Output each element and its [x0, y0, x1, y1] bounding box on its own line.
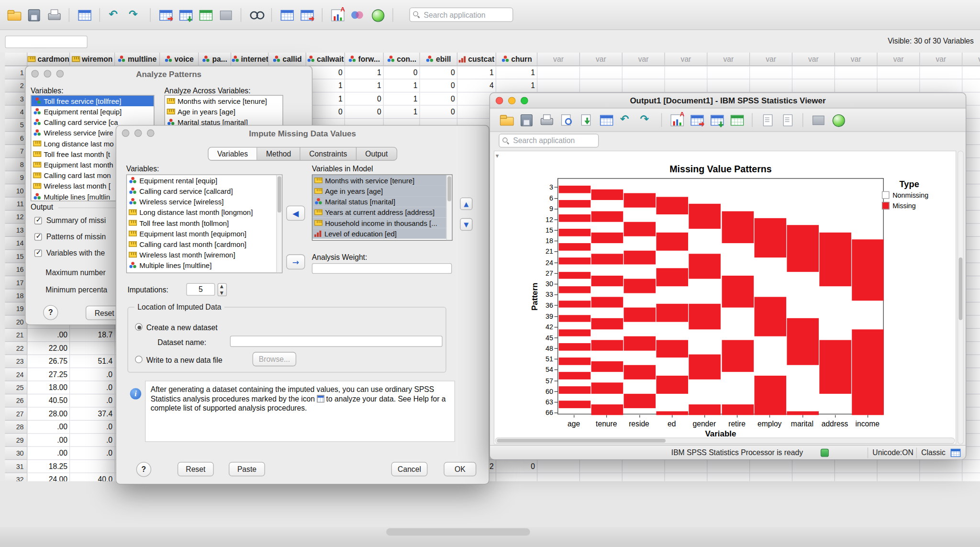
row-number-cell[interactable]: 12	[5, 211, 27, 223]
data-cell[interactable]: 0	[345, 106, 384, 119]
row-number-cell[interactable]: 5	[5, 119, 27, 132]
data-cell[interactable]: .0	[70, 368, 115, 381]
split-file-icon[interactable]	[218, 7, 233, 22]
variable-item[interactable]: Months with service [tenure]	[312, 175, 452, 186]
variable-item[interactable]: Age in years [age]	[165, 106, 283, 117]
column-header-forw...[interactable]: forw...	[345, 53, 384, 67]
row-number-cell[interactable]: 18	[5, 290, 27, 302]
value-labels-icon[interactable]	[330, 7, 345, 22]
data-cell[interactable]	[878, 460, 920, 473]
data-cell[interactable]	[580, 66, 623, 79]
move-variable-button[interactable]: ◀	[286, 206, 305, 221]
new-document-icon[interactable]	[760, 112, 775, 127]
insert-variable-icon[interactable]	[300, 7, 314, 22]
variable-item[interactable]: Long distance last month [longmon]	[127, 207, 282, 217]
data-cell[interactable]	[580, 460, 623, 473]
variables-view-icon[interactable]	[198, 7, 213, 22]
row-number-cell[interactable]: 11	[5, 198, 27, 211]
variable-item[interactable]: Multiple lines [multline]	[127, 260, 282, 270]
data-cell[interactable]	[750, 79, 792, 92]
chevron-down-icon[interactable]: ▾	[496, 153, 499, 159]
imputations-stepper[interactable]	[218, 283, 227, 296]
grid-corner-cell[interactable]	[5, 53, 27, 67]
data-cell[interactable]	[835, 66, 878, 79]
write-new-file-radio[interactable]	[135, 356, 143, 363]
row-number-cell[interactable]: 20	[5, 316, 27, 329]
data-cell[interactable]	[792, 66, 835, 79]
row-number-cell[interactable]: 26	[5, 394, 27, 407]
data-cell[interactable]: .00	[27, 421, 70, 434]
variable-item[interactable]: Wireless service [wireless]	[127, 196, 282, 207]
data-cell[interactable]	[835, 473, 878, 481]
column-header-ebill[interactable]: ebill	[420, 53, 457, 67]
column-header-var[interactable]: var	[835, 53, 878, 67]
minimize-button[interactable]	[508, 97, 516, 104]
data-cell[interactable]	[920, 473, 963, 481]
data-cell[interactable]: 1	[345, 79, 384, 92]
data-cell[interactable]: 22.00	[27, 342, 70, 355]
row-number-cell[interactable]: 16	[5, 263, 27, 276]
data-cell[interactable]	[878, 473, 920, 481]
goto-case-icon[interactable]	[158, 7, 173, 22]
data-cell[interactable]	[665, 460, 708, 473]
column-header-var[interactable]: var	[537, 53, 580, 67]
data-cell[interactable]	[537, 473, 580, 481]
data-cell[interactable]: .00	[27, 329, 70, 342]
tab-variables[interactable]: Variables	[209, 147, 257, 160]
row-number-cell[interactable]: 10	[5, 184, 27, 197]
column-header-multline[interactable]: multline	[115, 53, 160, 67]
row-number-cell[interactable]: 13	[5, 224, 27, 237]
data-cell[interactable]	[792, 460, 835, 473]
variable-item[interactable]: Years at current address [address]	[312, 207, 452, 217]
close-button[interactable]	[122, 129, 130, 137]
checkbox-2[interactable]	[34, 249, 42, 257]
open-data-icon[interactable]	[6, 7, 21, 22]
insert-text-icon[interactable]	[780, 112, 795, 127]
zoom-button[interactable]	[147, 129, 155, 137]
column-header-var[interactable]: var	[962, 53, 980, 67]
row-number-cell[interactable]: 2	[5, 79, 27, 92]
column-header-var[interactable]: var	[920, 53, 963, 67]
list-scrollbar[interactable]	[446, 175, 452, 240]
row-number-cell[interactable]: 17	[5, 276, 27, 289]
reset-button[interactable]: Reset	[178, 462, 214, 476]
data-cell[interactable]	[708, 66, 750, 79]
print-icon[interactable]	[539, 112, 554, 127]
data-cell[interactable]	[665, 473, 708, 481]
column-header-var[interactable]: var	[665, 53, 708, 67]
data-cell[interactable]: 0	[420, 66, 457, 79]
data-cell[interactable]	[962, 79, 980, 92]
recall-dialogs-icon[interactable]	[77, 7, 92, 22]
data-cell[interactable]: 18.00	[27, 381, 70, 394]
data-cell[interactable]: 0	[420, 92, 457, 105]
column-header-wiremon[interactable]: wiremon	[70, 53, 115, 67]
variable-item[interactable]: Level of education [ed]	[312, 228, 452, 239]
data-cell[interactable]: 26.75	[27, 355, 70, 368]
data-cell[interactable]: .0	[70, 394, 115, 407]
zoom-button[interactable]	[521, 97, 528, 104]
row-number-cell[interactable]: 23	[5, 355, 27, 368]
data-cell[interactable]	[835, 79, 878, 92]
data-cell[interactable]: .0	[70, 447, 115, 460]
data-cell[interactable]: 1	[384, 106, 420, 119]
data-cell[interactable]	[962, 473, 980, 481]
data-cell[interactable]	[792, 79, 835, 92]
data-cell[interactable]: 1	[384, 92, 420, 105]
redo-icon[interactable]	[127, 7, 142, 22]
data-cell[interactable]: 40.50	[27, 394, 70, 407]
row-number-cell[interactable]: 21	[5, 329, 27, 342]
goto-case-icon[interactable]	[690, 112, 704, 127]
data-cell[interactable]: 0	[496, 460, 537, 473]
vertical-scrollbar[interactable]	[958, 151, 964, 445]
data-cell[interactable]	[623, 79, 665, 92]
print-icon[interactable]	[46, 7, 61, 22]
data-cell[interactable]	[665, 79, 708, 92]
cancel-button[interactable]: Cancel	[391, 462, 428, 476]
show-hide-icon[interactable]	[811, 112, 825, 127]
column-header-var[interactable]: var	[708, 53, 750, 67]
checkbox-0[interactable]	[34, 217, 42, 224]
column-header-var[interactable]: var	[623, 53, 665, 67]
data-cell[interactable]	[70, 342, 115, 355]
data-cell[interactable]: 1	[496, 79, 537, 92]
variable-item[interactable]: Equipment last month [equipmon]	[127, 228, 282, 239]
